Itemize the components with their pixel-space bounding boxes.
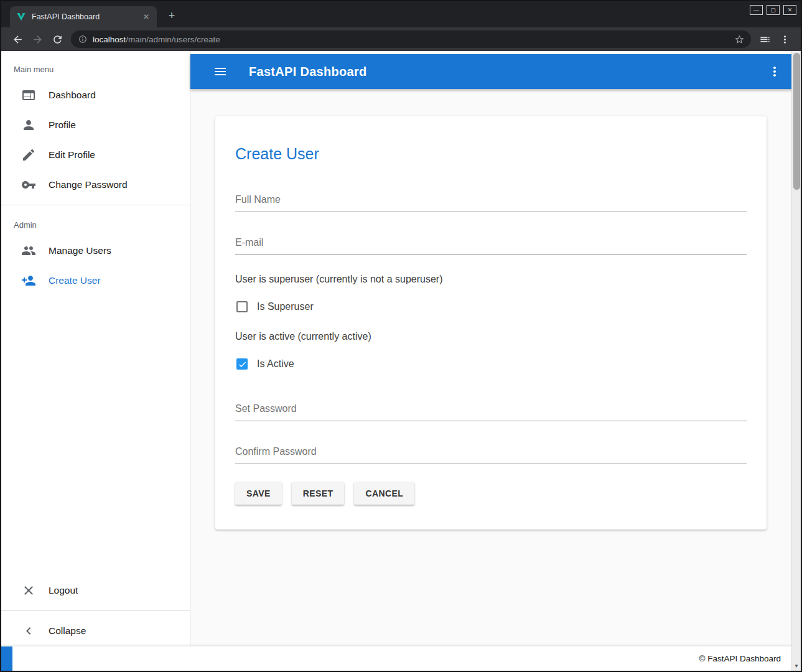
logout-x-icon [21,583,36,598]
tab-close-icon[interactable]: ✕ [141,11,152,22]
full-name-input[interactable] [235,190,747,212]
checkbox-checked-icon [236,358,248,370]
sidebar-item-edit-profile[interactable]: Edit Profile [1,140,190,170]
scrollbar-thumb[interactable] [793,53,800,190]
checkbox-unchecked-icon [236,301,248,312]
save-button[interactable]: SAVE [235,482,282,505]
pencil-icon [21,147,36,162]
active-note: User is active (currently active) [235,331,747,342]
forward-button[interactable] [27,30,47,49]
app-bar: FastAPI Dashboard [190,54,801,89]
people-icon [21,243,36,258]
appbar-title: FastAPI Dashboard [249,65,367,79]
new-tab-button[interactable]: + [164,9,179,22]
sidebar-item-profile[interactable]: Profile [1,110,190,140]
sidebar-item-manage-users[interactable]: Manage Users [1,236,190,266]
browser-tab[interactable]: FastAPI Dashboard ✕ [10,6,157,27]
window-minimize-button[interactable]: — [750,5,763,15]
reset-button[interactable]: RESET [292,482,345,505]
sidebar-item-create-user[interactable]: Create User [1,266,190,296]
dashboard-icon [21,88,36,103]
url-bar[interactable]: localhost/main/admin/users/create [71,30,751,48]
sidebar-item-logout[interactable]: Logout [1,576,190,605]
scrollbar-down-arrow-icon[interactable]: ▼ [792,661,801,670]
sidebar-item-label: Dashboard [49,90,96,101]
person-add-icon [21,273,36,288]
bookmark-star-icon[interactable] [734,34,745,45]
window-maximize-button[interactable]: ▢ [767,5,780,15]
sidebar-item-label: Edit Profile [49,149,95,161]
url-text[interactable]: localhost/main/admin/users/create [93,35,729,44]
create-user-card: Create User User is superuser (currently… [215,116,767,530]
url-path: /main/admin/users/create [126,35,220,44]
sidebar: Main menu Dashboard Profile [1,51,190,646]
is-active-checkbox[interactable]: Is Active [235,358,747,370]
footer-accent-bar [1,646,12,671]
page-body: Create User User is superuser (currently… [190,89,801,646]
page-content: Main menu Dashboard Profile [1,51,801,671]
site-info-icon[interactable] [78,35,87,44]
sidebar-item-collapse[interactable]: Collapse [1,616,190,646]
hamburger-menu-icon[interactable] [213,64,228,79]
sidebar-item-label: Create User [49,275,101,286]
appbar-kebab-icon[interactable] [767,64,782,79]
window-close-button[interactable]: ✕ [783,5,796,15]
page-title: Create User [235,145,747,163]
checkbox-label: Is Superuser [257,301,314,312]
sidebar-item-change-password[interactable]: Change Password [1,170,190,200]
person-icon [21,118,36,133]
page-scrollbar[interactable]: ▼ [791,51,801,671]
page-footer: © FastAPI Dashboard [1,646,801,671]
confirm-password-input[interactable] [235,442,747,464]
browser-window: FastAPI Dashboard ✕ + — ▢ ✕ localhost/ma… [0,0,802,672]
set-password-input[interactable] [235,399,747,421]
sidebar-divider [1,205,190,205]
browser-toolbar: localhost/main/admin/users/create [1,27,801,51]
email-input[interactable] [235,233,747,255]
sidebar-divider [1,610,190,611]
sidebar-item-label: Logout [49,585,78,596]
tab-title: FastAPI Dashboard [32,12,141,21]
browser-menu-kebab-icon[interactable] [775,30,795,49]
sidebar-item-dashboard[interactable]: Dashboard [1,80,190,110]
reload-button[interactable] [47,30,67,49]
vuetify-favicon-icon [16,12,26,22]
cancel-button[interactable]: CANCEL [354,482,414,505]
sidebar-item-label: Profile [49,119,76,131]
window-controls: — ▢ ✕ [750,5,796,15]
is-superuser-checkbox[interactable]: Is Superuser [235,301,747,312]
sidebar-section-header: Main menu [1,51,190,80]
reading-list-icon[interactable] [755,30,775,49]
url-host: localhost [93,35,126,44]
checkbox-label: Is Active [257,358,294,370]
superuser-note: User is superuser (currently is not a su… [235,274,747,285]
sidebar-section-header: Admin [1,210,190,236]
footer-copyright: © FastAPI Dashboard [699,654,781,663]
back-button[interactable] [7,30,27,49]
key-icon [21,177,36,192]
chevron-left-icon [21,623,36,638]
sidebar-item-label: Collapse [49,625,86,637]
main-area: FastAPI Dashboard Create User User is su… [190,51,801,646]
sidebar-item-label: Change Password [49,179,128,190]
browser-titlebar: FastAPI Dashboard ✕ + — ▢ ✕ [1,1,801,27]
sidebar-item-label: Manage Users [49,245,111,256]
form-actions: SAVE RESET CANCEL [235,482,747,505]
